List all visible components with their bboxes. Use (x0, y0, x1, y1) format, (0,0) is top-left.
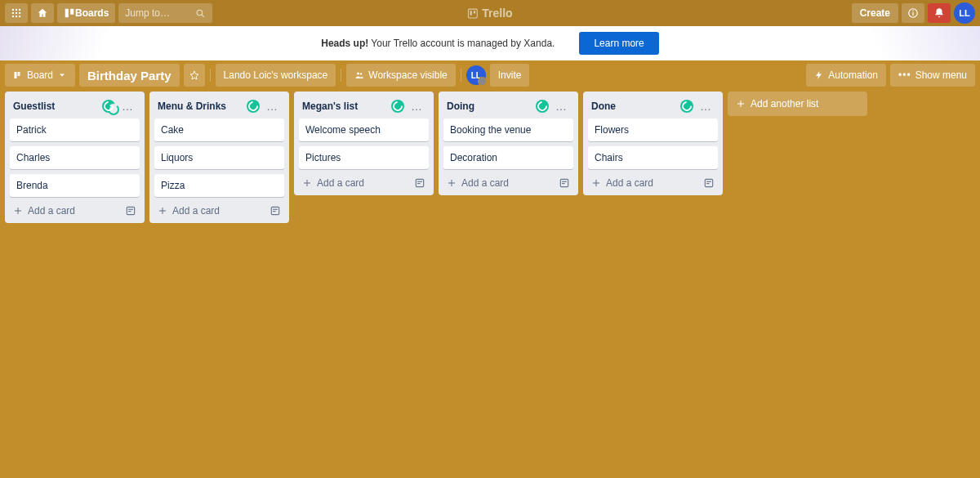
people-icon (354, 70, 364, 80)
search-icon (195, 8, 206, 19)
add-card-button[interactable]: Add a card (591, 177, 703, 189)
add-card-button[interactable]: Add a card (302, 177, 414, 189)
list-menu-button[interactable]: … (408, 99, 425, 114)
search-input[interactable]: Jump to… (118, 3, 212, 23)
invite-button[interactable]: Invite (490, 64, 530, 87)
list-menu-button[interactable]: … (552, 99, 570, 114)
learn-more-button[interactable]: Learn more (579, 32, 658, 55)
list: Done…FlowersChairsAdd a card (583, 92, 723, 195)
add-card-label: Add a card (28, 205, 75, 217)
list-header: Guestlist… (10, 96, 140, 118)
grammarly-icon (102, 100, 115, 113)
visibility-button[interactable]: Workspace visible (346, 64, 455, 87)
list-menu-button[interactable]: … (118, 99, 136, 114)
template-icon[interactable] (414, 177, 425, 189)
board-icon (13, 70, 23, 80)
grammarly-icon (680, 100, 693, 113)
list-title[interactable]: Megan's list (302, 101, 358, 112)
svg-point-5 (19, 12, 20, 14)
list-title[interactable]: Done (591, 101, 616, 112)
svg-point-4 (16, 12, 17, 14)
list-header: Menu & Drinks… (154, 96, 284, 118)
list-footer: Add a card (588, 174, 718, 190)
card[interactable]: Decoration (443, 146, 573, 169)
card[interactable]: Flowers (588, 118, 718, 141)
svg-rect-28 (273, 211, 276, 212)
add-list-button[interactable]: Add another list (728, 92, 867, 116)
list-title[interactable]: Doing (447, 101, 474, 112)
card[interactable]: Chairs (588, 146, 718, 169)
list-header-actions: … (102, 99, 136, 114)
card[interactable]: Cake (154, 118, 284, 141)
show-menu-button[interactable]: ••• Show menu (890, 64, 975, 87)
home-icon (37, 7, 48, 19)
svg-rect-33 (562, 181, 567, 182)
list-header-actions: … (536, 99, 570, 114)
member-avatar[interactable]: LL (466, 65, 486, 85)
boards-button[interactable]: Boards (57, 3, 115, 23)
info-icon (907, 7, 919, 19)
card[interactable]: Welcome speech (299, 118, 429, 141)
info-button[interactable] (902, 3, 924, 23)
managed-account-banner: Heads up! Your Trello account is managed… (0, 26, 980, 60)
svg-point-21 (357, 73, 359, 75)
list-title[interactable]: Menu & Drinks (158, 101, 226, 112)
add-card-button[interactable]: Add a card (158, 205, 270, 217)
create-button[interactable]: Create (852, 3, 898, 23)
list-title[interactable]: Guestlist (13, 101, 55, 112)
card[interactable]: Patrick (10, 118, 140, 141)
plus-icon (302, 178, 312, 188)
svg-rect-17 (912, 12, 913, 16)
svg-rect-15 (474, 11, 475, 13)
board-view-label: Board (27, 69, 53, 81)
svg-point-6 (12, 16, 14, 17)
banner-text: Heads up! Your Trello account is managed… (321, 38, 555, 49)
home-button[interactable] (31, 3, 54, 23)
app-logo[interactable]: Trello (467, 7, 512, 20)
list-menu-button[interactable]: … (263, 99, 281, 114)
add-card-label: Add a card (172, 205, 220, 217)
svg-point-22 (360, 73, 362, 74)
list-menu-button[interactable]: … (697, 99, 715, 114)
board-title[interactable]: Birthday Party (79, 64, 180, 87)
template-icon[interactable] (270, 205, 281, 217)
svg-rect-31 (417, 183, 420, 184)
svg-rect-25 (128, 211, 131, 212)
add-card-button[interactable]: Add a card (447, 177, 559, 189)
automation-button[interactable]: Automation (806, 64, 886, 87)
automation-label: Automation (828, 69, 878, 81)
apps-button[interactable] (5, 3, 28, 23)
svg-line-12 (202, 15, 204, 17)
grammarly-icon (391, 100, 404, 113)
card[interactable]: Pictures (299, 146, 429, 169)
add-card-button[interactable]: Add a card (13, 205, 125, 217)
svg-point-7 (16, 16, 17, 17)
template-icon[interactable] (125, 205, 136, 217)
star-button[interactable] (184, 64, 205, 87)
header-right: Create LL (852, 2, 975, 24)
banner-strong: Heads up! (321, 38, 368, 49)
bell-icon (933, 7, 945, 19)
user-avatar[interactable]: LL (954, 2, 975, 24)
card[interactable]: Liquors (154, 146, 284, 169)
board-view-button[interactable]: Board (5, 64, 75, 87)
svg-rect-9 (65, 9, 69, 18)
card[interactable]: Charles (10, 146, 140, 169)
list: Guestlist…PatrickCharlesBrendaAdd a card (5, 92, 145, 223)
grammarly-icon (536, 100, 549, 113)
template-icon[interactable] (559, 177, 570, 189)
notifications-button[interactable] (928, 3, 951, 23)
plus-icon (158, 206, 167, 216)
workspace-button[interactable]: Lando Loic's workspace (216, 64, 336, 87)
template-icon[interactable] (703, 177, 715, 189)
card[interactable]: Booking the venue (443, 118, 573, 141)
card[interactable]: Brenda (10, 174, 140, 197)
chevron-down-icon (57, 70, 67, 80)
app-name: Trello (482, 7, 512, 20)
list-header-actions: … (391, 99, 425, 114)
svg-rect-30 (417, 181, 422, 182)
card[interactable]: Pizza (154, 174, 284, 197)
board-canvas[interactable]: Guestlist…PatrickCharlesBrendaAdd a card… (0, 90, 980, 478)
board-header: Board Birthday Party Lando Loic's worksp… (0, 60, 980, 90)
add-list-label: Add another list (751, 98, 818, 109)
